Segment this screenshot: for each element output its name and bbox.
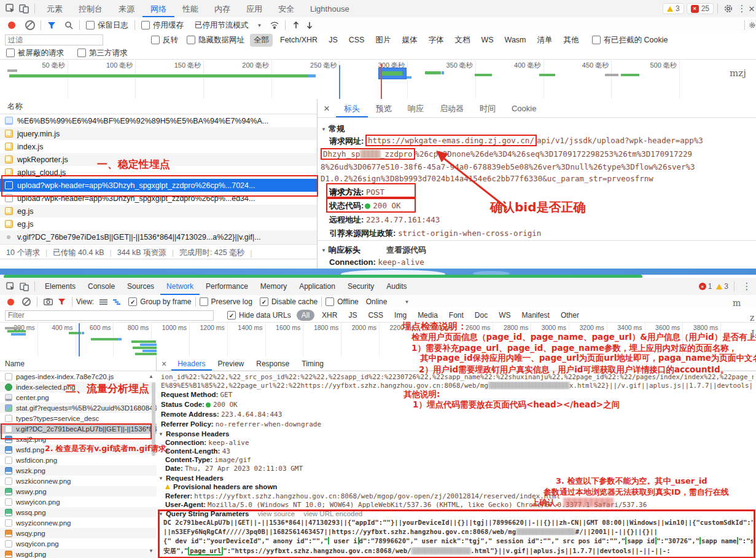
- request-type-chip[interactable]: 清单: [534, 34, 556, 47]
- device-toolbar-icon[interactable]: [17, 2, 31, 15]
- disable-cache-checkbox[interactable]: 停用缓存: [141, 20, 184, 31]
- request-type-chip[interactable]: 全部: [250, 34, 273, 47]
- detail-tab[interactable]: Preview: [212, 357, 251, 371]
- devtools-tab[interactable]: 元素: [39, 1, 71, 17]
- invert-checkbox[interactable]: 反转: [151, 35, 178, 45]
- devtools-tab[interactable]: Elements: [39, 278, 82, 295]
- query-string-title[interactable]: Query String Parameters: [166, 510, 249, 517]
- name-column-header[interactable]: 名称: [0, 99, 317, 114]
- record-icon[interactable]: [5, 19, 18, 31]
- group-by-frame-checkbox[interactable]: Group by frame: [128, 297, 191, 306]
- view-source-link[interactable]: view source: [257, 510, 295, 517]
- devtools-tab[interactable]: Lighthouse: [302, 1, 357, 17]
- request-row[interactable]: sxaj2.png: [0, 434, 157, 444]
- request-type-chip[interactable]: 其他: [560, 34, 583, 47]
- devtools-tab[interactable]: Security: [341, 278, 380, 295]
- export-har-icon[interactable]: [303, 19, 316, 31]
- warning-icon[interactable]: [716, 284, 722, 289]
- devtools-tab[interactable]: 控制台: [71, 1, 111, 17]
- filter-funnel-icon[interactable]: [45, 19, 58, 31]
- filter-funnel-icon[interactable]: [55, 296, 68, 308]
- screenshot-camera-icon[interactable]: [41, 296, 55, 308]
- blocked-cookies-checkbox[interactable]: 有已拦截的 Cookie: [592, 35, 668, 45]
- devtools-tab[interactable]: 性能: [174, 1, 206, 17]
- name-column-header[interactable]: Name: [0, 356, 157, 371]
- request-row[interactable]: stat.gif?requests=%5B%22uuid%3D168084612…: [0, 403, 157, 413]
- disable-cache-checkbox[interactable]: Disable cache: [260, 297, 318, 306]
- devtools-tab[interactable]: Console: [82, 278, 121, 295]
- close-devtools-icon[interactable]: ×: [749, 2, 755, 15]
- request-row[interactable]: wsgd.png: [0, 549, 157, 558]
- request-headers-title[interactable]: Request Headers: [166, 474, 224, 482]
- request-type-chip[interactable]: Fetch/XHR: [276, 34, 321, 45]
- general-section-header[interactable]: ▼常规: [321, 124, 345, 135]
- detail-tab[interactable]: 预览: [368, 100, 400, 117]
- kebab-menu-icon[interactable]: ⋮: [735, 2, 749, 15]
- request-row[interactable]: wsfdicon.png: [0, 455, 157, 465]
- request-row[interactable]: wssq.png: [0, 507, 157, 517]
- request-row[interactable]: v.gif?DC_76be79e7iDe1sB||GET||-||1536*86…: [0, 230, 317, 243]
- preserve-log-checkbox[interactable]: Preserve log: [200, 297, 252, 306]
- device-toolbar-icon[interactable]: [17, 280, 31, 293]
- request-row[interactable]: wszk.png: [0, 465, 157, 476]
- offline-checkbox[interactable]: Offline: [325, 297, 358, 306]
- waterfall-view-icon[interactable]: [110, 296, 123, 308]
- request-type-chip[interactable]: CSS: [364, 310, 387, 321]
- close-detail-icon[interactable]: ×: [324, 103, 330, 114]
- scroll-down-icon[interactable]: ▼: [149, 548, 154, 554]
- warning-count-badge[interactable]: 3: [663, 3, 684, 14]
- detail-tab[interactable]: Cookie: [504, 100, 544, 117]
- request-row[interactable]: %E6%B5%99%E6%94%BF%E9%92%89H5%E5%BA%94%E…: [0, 114, 317, 127]
- request-type-chip[interactable]: WS: [477, 34, 497, 45]
- request-row[interactable]: v.gif?DC_2c791becALpU7b||GET||-||1536*86…: [0, 423, 157, 434]
- request-row[interactable]: pages-index-index.7a8e7c20.js: [0, 371, 157, 382]
- record-icon[interactable]: [4, 296, 17, 308]
- request-row[interactable]: eg.js: [0, 218, 317, 230]
- request-type-chip[interactable]: XHR: [318, 310, 341, 321]
- request-row[interactable]: wswy.png: [0, 486, 157, 497]
- detail-tab[interactable]: Timing: [295, 357, 330, 371]
- request-row[interactable]: upload?wpk-header=app%3Dhzyh_spgxglpt_zz…: [0, 192, 317, 205]
- network-conditions-icon[interactable]: [268, 19, 281, 31]
- devtools-tab[interactable]: Performance: [200, 278, 254, 295]
- request-type-chip[interactable]: 图片: [372, 34, 394, 47]
- detail-tab[interactable]: 标头: [336, 100, 368, 117]
- throttling-select[interactable]: 已停用节流模式: [195, 20, 249, 31]
- devtools-tab[interactable]: 来源: [111, 1, 142, 17]
- hide-data-urls-checkbox[interactable]: Hide data URLs: [227, 311, 291, 320]
- detail-tab[interactable]: Headers: [171, 357, 211, 371]
- request-row[interactable]: wsqy.png: [0, 528, 157, 538]
- detail-tab[interactable]: Response: [250, 357, 295, 371]
- filter-input[interactable]: [5, 34, 103, 45]
- request-type-chip[interactable]: CSS: [345, 34, 368, 45]
- detail-tab[interactable]: 启动器: [432, 100, 472, 117]
- clear-icon[interactable]: [23, 19, 37, 31]
- request-row[interactable]: wsyziconnew.png: [0, 517, 157, 528]
- third-party-checkbox[interactable]: 第三方请求: [77, 48, 128, 58]
- request-type-chip[interactable]: WS: [495, 310, 514, 321]
- request-row[interactable]: types?types=service_desc: [0, 413, 157, 423]
- devtools-tab[interactable]: Application: [293, 278, 341, 295]
- request-type-chip[interactable]: Other: [557, 310, 583, 321]
- detail-tab[interactable]: 时间: [472, 100, 504, 117]
- gear-icon[interactable]: [722, 2, 735, 15]
- detail-tab[interactable]: 响应: [400, 100, 432, 117]
- kebab-menu-icon[interactable]: ⋮: [740, 280, 754, 293]
- preserve-log-checkbox[interactable]: 保留日志: [86, 20, 128, 31]
- response-headers-section[interactable]: ▼响应标头查看源代码: [321, 245, 426, 256]
- inspect-icon[interactable]: [4, 280, 17, 293]
- request-row[interactable]: upload?wpk-header=app%3Dhzyh_spgxglpt_zz…: [0, 179, 317, 192]
- request-row[interactable]: index.js: [0, 140, 317, 153]
- devtools-tab[interactable]: 安全: [270, 1, 302, 17]
- request-type-chip[interactable]: JS: [325, 34, 341, 45]
- devtools-tab[interactable]: Sources: [121, 278, 160, 295]
- request-type-chip[interactable]: All: [297, 310, 314, 321]
- hide-data-urls-checkbox[interactable]: 隐藏数据网址: [187, 35, 244, 45]
- request-type-chip[interactable]: JS: [345, 310, 360, 321]
- request-type-chip[interactable]: Wasm: [501, 34, 530, 45]
- search-icon[interactable]: [62, 19, 76, 31]
- request-type-chip[interactable]: Manifest: [518, 310, 553, 321]
- network-overview[interactable]: 50 毫秒100 毫秒150 毫秒200 毫秒250 毫秒300 毫秒350 毫…: [0, 59, 756, 100]
- request-row[interactable]: wsqyicon.png: [0, 538, 157, 549]
- devtools-tab[interactable]: Memory: [254, 278, 293, 295]
